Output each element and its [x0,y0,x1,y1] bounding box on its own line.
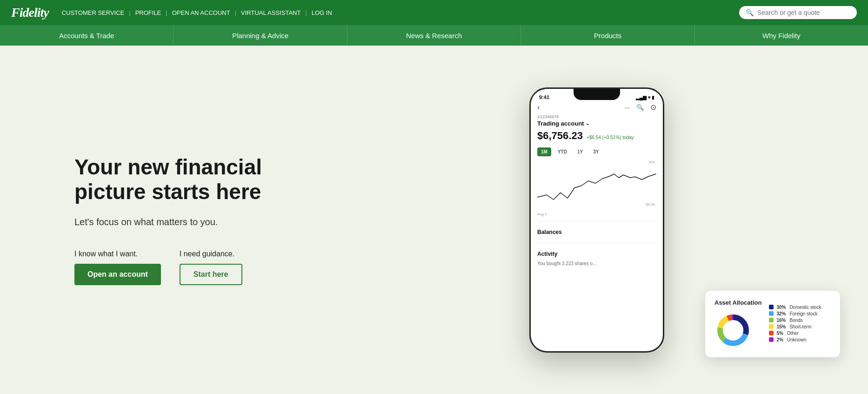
open-account-button[interactable]: Open an account [74,264,161,285]
phone-tab-3y[interactable]: 3Y [589,147,602,156]
battery-icon: ▮ [652,95,654,100]
top-bar: Fidelity CUSTOMER SERVICE | PROFILE | OP… [0,0,868,25]
legend-item-4: 5% Other [769,331,831,336]
sep2: | [166,9,167,16]
phone-back-icon[interactable]: ‹ [537,103,540,112]
phone-account-chevron-icon[interactable]: ⌄ [586,121,589,126]
cta-left-label: I know what I want. [74,250,161,258]
phone-more-icon[interactable]: ··· [624,104,630,111]
search-input[interactable] [757,9,850,16]
legend-dot-domestic [769,305,774,309]
top-nav: CUSTOMER SERVICE | PROFILE | OPEN AN ACC… [62,9,739,16]
phone-status-icons: ▂▄▆ ▾ ▮ [636,95,654,100]
cta-right-group: I need guidance. Start here [180,250,242,285]
phone-notch [574,89,620,100]
search-icon: 🔍 [746,9,754,16]
phone-activity-item[interactable]: Activity [531,247,663,261]
cta-row: I know what I want. Open an account I ne… [74,250,288,285]
nav-log-in[interactable]: LOG IN [312,9,332,16]
cta-right-label: I need guidance. [180,250,242,258]
donut-chart [714,312,752,349]
legend-item-3: 15% Short-term [769,324,831,329]
asset-legend: 30% Domestic stock 32% Foreign stock 16%… [769,305,831,344]
legend-item-0: 30% Domestic stock [769,305,831,310]
phone-divider2 [537,243,656,243]
hero-content: Your new financial picture starts here L… [0,118,326,323]
donut-svg [714,312,752,349]
wifi-icon: ▾ [648,95,650,100]
sep4: | [305,9,307,16]
asset-allocation-card: Asset Allocation [705,291,840,357]
nav-products[interactable]: Products [521,25,694,46]
phone-balance: $6,756.23 +$6.54 (+0.51%) today [531,128,663,144]
search-bar[interactable]: 🔍 [739,6,857,19]
sep3: | [235,9,236,16]
phone-chart-low-label: $6.5K [646,202,655,207]
phone-time: 9:41 [539,94,549,100]
phone-tab-1m[interactable]: 1M [537,147,551,156]
phone-chart-tabs: 1M YTD 1Y 3Y [531,144,663,160]
legend-dot-other [769,331,774,335]
nav-accounts-trade[interactable]: Accounts & Trade [0,25,174,46]
phone-toolbar: ‹ ··· 🔍 ⊙ [531,100,663,114]
nav-planning-advice[interactable]: Planning & Advice [174,25,347,46]
phone-balance-change: +$6.54 (+0.51%) today [587,135,634,140]
nav-news-research[interactable]: News & Research [347,25,521,46]
nav-why-fidelity[interactable]: Why Fidelity [695,25,868,46]
hero-section: Your new financial picture starts here L… [0,46,868,394]
start-here-button[interactable]: Start here [180,264,242,285]
phone-account-icon[interactable]: ⊙ [650,103,656,112]
phone-chart-svg [537,160,659,207]
nav-open-account[interactable]: OPEN AN ACCOUNT [172,9,230,16]
signal-icon: ▂▄▆ [636,95,647,100]
legend-item-1: 32% Foreign stock [769,311,831,316]
phone-balances-item[interactable]: Balances [531,225,663,239]
nav-virtual-assistant[interactable]: VIRTUAL ASSISTANT [241,9,300,16]
legend-item-5: 2% Unknown [769,337,831,342]
legend-dot-bonds [769,318,774,322]
phone-account-name: Trading account ⌄ [531,119,663,128]
phone-search-icon[interactable]: 🔍 [636,104,644,111]
phone-tab-1y[interactable]: 1Y [574,147,587,156]
hero-visual: 9:41 ▂▄▆ ▾ ▮ ‹ ··· 🔍 ⊙ [326,46,868,394]
phone-account-id: X12345678 [531,114,663,119]
phone-tab-ytd[interactable]: YTD [554,147,571,156]
phone-mockup: 9:41 ▂▄▆ ▾ ▮ ‹ ··· 🔍 ⊙ [529,87,664,353]
asset-card-title: Asset Allocation [714,299,761,306]
legend-dot-unknown [769,337,774,342]
hero-subtitle: Let's focus on what matters to you. [74,217,288,227]
phone-chart-high-label: $7K [649,160,655,164]
phone-divider1 [537,221,656,221]
main-nav: Accounts & Trade Planning & Advice News … [0,25,868,46]
asset-card-left: Asset Allocation [714,299,761,349]
phone-activity-sub: You bought 3.223 shares o... [531,261,663,269]
nav-profile[interactable]: PROFILE [135,9,161,16]
nav-customer-service[interactable]: CUSTOMER SERVICE [62,9,125,16]
sep1: | [129,9,130,16]
legend-item-2: 16% Bonds [769,318,831,323]
hero-title: Your new financial picture starts here [74,155,288,204]
legend-dot-short-term [769,324,774,329]
phone-chart: $7K $6.5K [531,160,663,211]
phone-aug-label: Aug 1 [531,211,663,217]
phone-screen: 9:41 ▂▄▆ ▾ ▮ ‹ ··· 🔍 ⊙ [531,89,663,351]
legend-dot-foreign [769,311,774,316]
cta-left-group: I know what I want. Open an account [74,250,161,285]
logo[interactable]: Fidelity [11,5,49,20]
